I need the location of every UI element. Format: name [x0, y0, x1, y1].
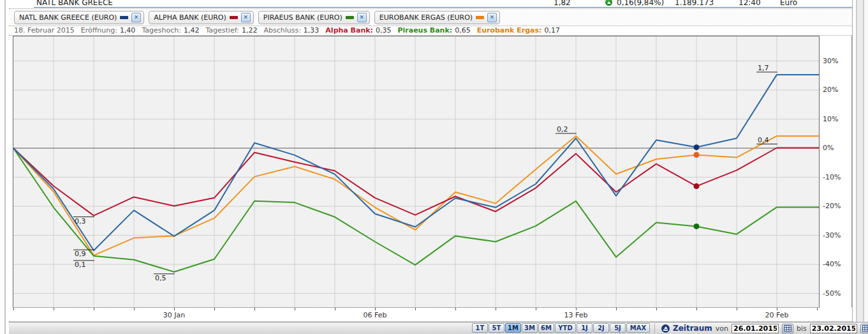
date-from-input[interactable] — [732, 324, 779, 333]
x-axis-tick — [656, 308, 657, 310]
period-button-2j[interactable]: 2J — [593, 323, 609, 333]
ohlc-label: Tageshoch: — [142, 26, 181, 34]
instrument-chip[interactable]: ALPHA BANK (EURO)✕ — [149, 11, 253, 24]
x-axis-tick — [335, 308, 335, 310]
price-annotation: 0,5 — [155, 274, 166, 282]
period-button-ytd[interactable]: YTD — [555, 323, 576, 333]
x-axis: 30 Jan06 Feb13 Feb20 Feb — [9, 308, 852, 322]
price-up-icon — [605, 0, 612, 6]
remove-chip-button[interactable]: ✕ — [357, 13, 367, 22]
period-button-5t[interactable]: 5T — [489, 323, 504, 333]
hover-marker-dot — [694, 183, 700, 189]
y-axis-tick-label: 0% — [823, 144, 834, 152]
ohlc-label: Tagestief: — [205, 26, 239, 34]
x-axis-tick — [696, 308, 697, 310]
x-axis-tick — [455, 308, 456, 310]
calendar-to-button[interactable] — [860, 324, 868, 333]
zeitraum-icon — [661, 324, 670, 333]
ohlc-info-row: 18. Februar 2015Eröffnung:1,40Tageshoch:… — [9, 26, 852, 36]
y-axis-tick-label: -20% — [823, 202, 841, 210]
price-annotation: 0,4 — [758, 136, 769, 144]
x-axis-tick — [737, 308, 737, 310]
y-axis-tick-label: 10% — [823, 115, 838, 123]
price-chart[interactable]: 0,30,90,10,50,21,70,4 — [13, 36, 820, 308]
x-axis-tick — [214, 308, 215, 310]
x-axis-tick — [496, 308, 496, 310]
zeitraum-group: Zeitraum von bis — [654, 323, 868, 333]
remove-chip-button[interactable]: ✕ — [487, 13, 497, 22]
x-axis-label: 06 Feb — [356, 311, 394, 319]
ohlc-value: 1,22 — [242, 26, 258, 34]
period-button-max[interactable]: MAX — [626, 323, 650, 333]
y-axis-tick-label: -40% — [823, 260, 841, 268]
period-button-3m[interactable]: 3M — [522, 323, 538, 333]
x-axis-tick — [94, 308, 94, 310]
series-color-swatch — [476, 16, 484, 19]
bis-label: bis — [797, 324, 807, 333]
x-axis-tick — [536, 308, 536, 310]
stock-chart-app: NATL BANK GREECE 1,82 0,16(9,84%) 1.189.… — [0, 0, 868, 334]
period-buttons: 1T5T1M3M6MYTD1J2J5JMAX — [472, 323, 651, 333]
price-annotation: 0,1 — [75, 261, 86, 269]
series-color-swatch — [120, 16, 128, 19]
x-axis-tick — [295, 308, 295, 310]
hover-marker-dot — [694, 144, 700, 150]
instrument-chip[interactable]: PIRAEUS BANK (EURO)✕ — [258, 11, 370, 24]
y-axis-tick-label: -30% — [823, 231, 841, 239]
calendar-from-button[interactable] — [782, 324, 793, 333]
chart-canvas[interactable]: 0,30,90,10,50,21,70,4 — [13, 36, 819, 307]
x-axis-tick — [13, 308, 14, 310]
x-axis-label: 30 Jan — [155, 311, 193, 319]
instrument-chip[interactable]: NATL BANK GREECE (EURO)✕ — [14, 11, 144, 24]
zeitraum-label: Zeitraum — [673, 324, 712, 333]
x-axis-label: 13 Feb — [557, 311, 595, 319]
chip-label: ALPHA BANK (EURO) — [154, 13, 226, 22]
x-axis-tick — [616, 308, 617, 310]
hover-date: 18. Februar 2015 — [14, 26, 75, 34]
series-value: 0,17 — [544, 26, 560, 34]
quote-underline — [34, 7, 852, 8]
x-axis-tick — [375, 308, 376, 310]
remove-chip-button[interactable]: ✕ — [131, 13, 141, 22]
x-axis-tick — [576, 308, 577, 310]
series-value-label: Piraeus Bank: — [397, 26, 452, 34]
series-value-label: Eurobank Ergas: — [477, 26, 542, 34]
date-to-input[interactable] — [810, 324, 857, 333]
right-scrollbar[interactable] — [852, 0, 868, 322]
chip-label: NATL BANK GREECE (EURO) — [19, 13, 117, 22]
instrument-chip[interactable]: EUROBANK ERGAS (EURO)✕ — [374, 11, 500, 24]
series-value: 0,35 — [376, 26, 392, 34]
y-axis: 30%20%10%0%-10%-20%-30%-40%-50% — [820, 36, 852, 307]
period-button-5j[interactable]: 5J — [610, 323, 626, 333]
series-value-label: Alpha Bank: — [325, 26, 373, 34]
price-annotation: 0,2 — [557, 125, 568, 133]
y-axis-tick-label: 20% — [823, 86, 838, 94]
x-axis-tick — [174, 308, 175, 310]
period-button-6m[interactable]: 6M — [538, 323, 554, 333]
period-button-1t[interactable]: 1T — [472, 323, 488, 333]
y-axis-tick-label: -50% — [823, 289, 841, 298]
x-axis-tick — [254, 308, 255, 310]
x-axis-tick — [54, 308, 54, 310]
series-value: 0,65 — [455, 26, 471, 34]
price-annotation: 0,9 — [75, 250, 86, 258]
chip-label: PIRAEUS BANK (EURO) — [263, 13, 342, 22]
x-axis-label: 20 Feb — [758, 311, 796, 319]
x-axis-tick — [415, 308, 416, 310]
x-axis-tick — [134, 308, 135, 310]
left-scrollbar[interactable] — [0, 0, 9, 334]
ohlc-value: 1,40 — [120, 26, 136, 34]
period-button-1m[interactable]: 1M — [505, 323, 521, 333]
y-axis-tick-label: -10% — [823, 173, 841, 181]
hover-marker-dot — [694, 224, 700, 229]
quote-row: NATL BANK GREECE 1,82 0,16(9,84%) 1.189.… — [9, 0, 852, 8]
remove-chip-button[interactable]: ✕ — [241, 13, 251, 22]
period-button-1j[interactable]: 1J — [577, 323, 592, 333]
ohlc-label: Eröffnung: — [81, 26, 117, 34]
series-color-swatch — [346, 16, 354, 19]
series-color-swatch — [230, 16, 238, 19]
hover-marker-dot — [694, 152, 700, 158]
price-annotation: 1,7 — [758, 64, 769, 72]
von-label: von — [716, 324, 728, 333]
x-axis-tick — [777, 308, 777, 310]
